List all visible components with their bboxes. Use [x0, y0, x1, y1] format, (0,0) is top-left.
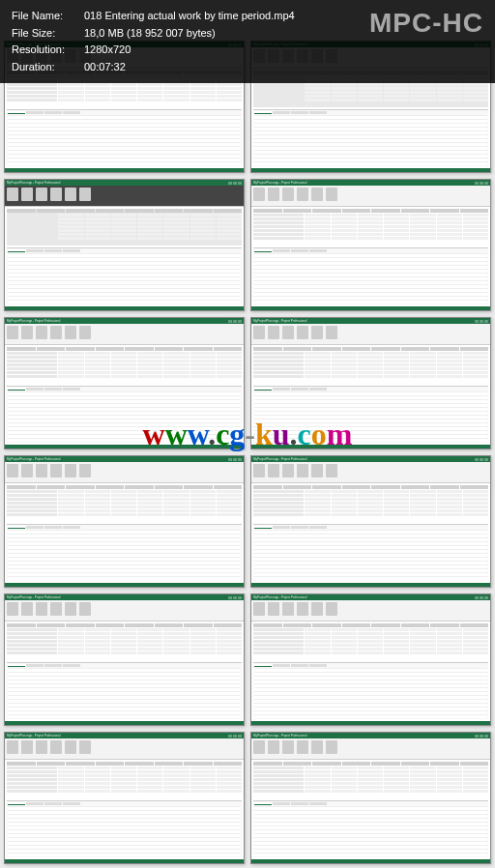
- table-row: [253, 632, 488, 635]
- content-area: [251, 69, 490, 168]
- detail-tab: [8, 802, 25, 805]
- detail-tab: [309, 388, 327, 391]
- thumbnail-grid[interactable]: MyProjectPlan.mpp - Project Professional…: [0, 0, 495, 868]
- table-row: [7, 356, 242, 359]
- ribbon-button-icon: [65, 188, 76, 201]
- details-pane: [253, 524, 488, 581]
- table-row: [7, 95, 242, 98]
- ribbon-button-icon: [297, 740, 308, 754]
- table-row: [7, 87, 242, 90]
- video-thumbnail[interactable]: MyProjectPlan.mpp - Project Professional: [250, 179, 491, 311]
- table-row: [253, 367, 488, 370]
- content-area: [5, 760, 244, 859]
- task-table: [7, 623, 242, 660]
- table-row: [253, 648, 488, 651]
- window-title: MyProjectPlan.mpp - Project Professional: [253, 595, 306, 599]
- table-row: [7, 509, 242, 512]
- detail-tab: [254, 111, 272, 114]
- status-bar: [5, 721, 244, 725]
- video-thumbnail[interactable]: MyProjectPlan.mpp - Project Professional: [4, 317, 245, 449]
- timephased-grid: [254, 668, 487, 718]
- table-row: [7, 786, 242, 789]
- ribbon-button-icon: [253, 464, 265, 477]
- close-icon: [484, 735, 488, 738]
- details-pane: [7, 662, 242, 719]
- video-thumbnail[interactable]: MyProjectPlan.mpp - Project Professional: [250, 732, 491, 864]
- status-bar: [5, 306, 244, 310]
- video-thumbnail[interactable]: MyProjectPlan.mpp - Project Professional: [4, 179, 245, 311]
- window-title: MyProjectPlan.mpp - Project Professional: [7, 595, 60, 599]
- detail-tab: [291, 664, 308, 667]
- video-thumbnail[interactable]: MyProjectPlan.mpp - Project Professional: [250, 455, 491, 588]
- table-row: [253, 237, 488, 240]
- video-thumbnail[interactable]: MyProjectPlan.mpp - Project Professional: [4, 455, 245, 588]
- table-row: [7, 648, 242, 651]
- window-title: MyProjectPlan.mpp - Project Professional: [7, 181, 60, 185]
- detail-tab: [309, 664, 327, 667]
- timephased-grid: [254, 530, 487, 580]
- table-row: [253, 225, 488, 228]
- video-thumbnail[interactable]: MyProjectPlan.mpp - Project Professional: [250, 317, 491, 449]
- table-row: [7, 790, 242, 793]
- ribbon-button-icon: [36, 188, 47, 201]
- duration-label: Duration:: [12, 59, 84, 76]
- table-row: [7, 217, 242, 220]
- details-pane: [253, 109, 488, 166]
- video-thumbnail[interactable]: MyProjectPlan.mpp - Project Professional: [250, 593, 491, 726]
- timephased-grid: [254, 806, 487, 856]
- ribbon-button-icon: [36, 602, 47, 616]
- table-row: [7, 229, 242, 232]
- file-name-value: 018 Entering actual work by time period.…: [84, 8, 295, 25]
- table-row: [253, 644, 488, 647]
- table-row: [7, 767, 242, 769]
- details-pane: [253, 386, 488, 443]
- ribbon-button-icon: [21, 602, 33, 616]
- maximize-icon: [480, 182, 483, 185]
- ribbon-button-icon: [21, 464, 33, 477]
- table-row: [7, 352, 242, 355]
- table-row: [253, 99, 488, 101]
- content-area: [251, 483, 490, 583]
- ribbon-button-icon: [253, 602, 265, 616]
- table-row: [253, 214, 488, 217]
- table-row: [253, 83, 488, 86]
- ribbon-toolbar: [251, 324, 490, 345]
- table-row: [253, 221, 488, 224]
- table-row: [7, 502, 242, 505]
- table-row: [253, 498, 488, 501]
- ribbon-button-icon: [282, 602, 294, 616]
- content-area: [251, 760, 490, 859]
- window-title: MyProjectPlan.mpp - Project Professional: [7, 734, 60, 738]
- minimize-icon: [475, 735, 479, 738]
- duration-value: 00:07:32: [84, 59, 126, 76]
- detail-tab: [63, 388, 80, 391]
- detail-tab: [44, 664, 62, 667]
- detail-tab: [26, 802, 44, 805]
- detail-tab: [273, 664, 290, 667]
- table-row: [7, 237, 242, 240]
- detail-tab: [309, 802, 327, 805]
- video-thumbnail[interactable]: MyProjectPlan.mpp - Project Professional: [4, 732, 245, 864]
- table-row: [253, 494, 488, 497]
- detail-tab: [26, 526, 44, 529]
- ribbon-button-icon: [282, 188, 294, 201]
- ribbon-button-icon: [268, 464, 279, 477]
- ribbon-button-icon: [297, 464, 308, 477]
- table-row: [7, 360, 242, 362]
- ribbon-button-icon: [326, 326, 337, 339]
- table-row: [7, 91, 242, 94]
- table-row: [7, 770, 242, 773]
- video-thumbnail[interactable]: MyProjectPlan.mpp - Project Professional: [4, 593, 245, 726]
- minimize-icon: [475, 182, 479, 185]
- details-pane: [253, 247, 488, 304]
- table-row: [7, 371, 242, 374]
- table-row: [253, 509, 488, 512]
- table-row: [7, 513, 242, 516]
- ribbon-button-icon: [268, 740, 279, 754]
- ribbon-button-icon: [311, 326, 323, 339]
- table-row: [7, 214, 242, 217]
- ribbon-button-icon: [36, 326, 47, 339]
- maximize-icon: [480, 320, 483, 323]
- ribbon-button-icon: [326, 602, 337, 616]
- ribbon-button-icon: [79, 740, 91, 754]
